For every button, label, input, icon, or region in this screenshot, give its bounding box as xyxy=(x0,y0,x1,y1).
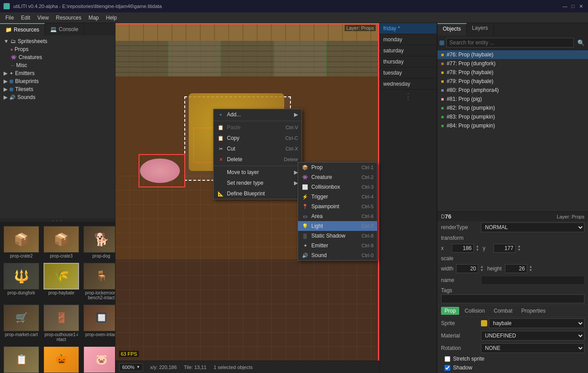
tree-item-spritesheets[interactable]: ▼ 🗂 Spritesheets xyxy=(2,37,113,45)
menubar: File Edit View Resources Map Help xyxy=(0,12,588,23)
tab-layers[interactable]: Layers xyxy=(467,23,494,36)
grid-item-pallet4[interactable]: 📋 prop-pallet4-inta ct xyxy=(2,345,41,373)
subtab-collision[interactable]: Collision xyxy=(461,307,488,315)
grid-item-haybale[interactable]: 🌾 prop-haybale xyxy=(42,261,81,302)
tab-objects[interactable]: Objects xyxy=(437,23,467,36)
grid-item-crate2[interactable]: 📦 prop-crate2 xyxy=(2,224,41,260)
ctx-copy[interactable]: 📋 Copy Ctrl-C xyxy=(214,133,302,143)
material-select[interactable]: UNDEFINED WOOD STONE xyxy=(481,331,584,341)
grid-item-crate3[interactable]: 📦 prop-crate3 xyxy=(42,224,81,260)
obj-item-83[interactable]: ■ #83: Prop (pumpkin) xyxy=(437,112,588,121)
layer-saturday[interactable]: saturday xyxy=(380,45,437,56)
close-button[interactable]: ✕ xyxy=(577,3,584,10)
tree-item-sounds[interactable]: ▶ 🔊 Sounds xyxy=(2,93,113,101)
blueprints-icon: ⊞ xyxy=(9,79,13,84)
subtab-prop[interactable]: Prop xyxy=(441,307,459,315)
grid-item-lockerbench[interactable]: 🪑 prop-lockerroom bench2-intact xyxy=(82,261,115,302)
sub-prop[interactable]: 📦 Prop Ctrl-1 xyxy=(298,163,377,172)
menu-edit[interactable]: Edit xyxy=(17,14,34,22)
obj-icon-77: ■ xyxy=(441,61,444,66)
grid-item-dungfork[interactable]: 🔱 prop-dungfork xyxy=(2,261,41,302)
height-input[interactable] xyxy=(505,264,527,273)
sub-light[interactable]: 💡 Light Ctrl-7 xyxy=(298,221,377,231)
layer-friday[interactable]: friday * xyxy=(380,23,437,34)
shadow-checkbox[interactable] xyxy=(445,365,450,371)
tree-item-tilesets[interactable]: ▶ ⊞ Tilesets xyxy=(2,85,113,93)
zoom-selector[interactable]: 600% ▼ xyxy=(119,363,143,371)
pig-sprite xyxy=(140,159,180,183)
ctx-delete[interactable]: ✕ Delete Delete xyxy=(214,154,302,165)
sub-sound[interactable]: 🔊 Sound Ctrl-0 xyxy=(298,250,377,260)
tree-item-creatures[interactable]: 👾 Creatures xyxy=(2,53,113,61)
menu-view[interactable]: View xyxy=(34,14,52,22)
tree-item-emitters[interactable]: ▶ ✦ Emitters xyxy=(2,69,113,77)
rendertype-select[interactable]: NORMAL GROUND OVERLAY xyxy=(481,222,584,232)
grid-item-palletpump[interactable]: 🎃 prop-palletpump xyxy=(42,345,81,373)
obj-item-84[interactable]: ■ #84: Prop (pumpkin) xyxy=(437,121,588,130)
height-down-arrow[interactable]: ▼ xyxy=(529,269,532,272)
sub-static-shadow[interactable]: ▒ Static Shadow Ctrl-8 xyxy=(298,231,377,241)
ctx-move-to-layer[interactable]: Move to layer ▶ xyxy=(214,167,302,178)
name-input[interactable] xyxy=(481,276,584,285)
grid-item-dog[interactable]: 🐕 prop-dog xyxy=(82,224,115,260)
search-input[interactable] xyxy=(446,38,574,48)
tab-resources[interactable]: 📁 Resources xyxy=(0,23,45,36)
ctx-add[interactable]: + Add... ▶ xyxy=(214,109,302,120)
obj-item-76[interactable]: ■ #76: Prop (haybale) xyxy=(437,50,588,59)
width-input[interactable] xyxy=(456,264,478,273)
menu-file[interactable]: File xyxy=(2,14,17,22)
tab-console[interactable]: 💻 Console xyxy=(45,23,84,36)
obj-item-82[interactable]: ■ #82: Prop (pumpkin) xyxy=(437,103,588,112)
x-down-arrow[interactable]: ▼ xyxy=(476,248,479,252)
static-shadow-icon: ▒ xyxy=(302,233,309,238)
sub-area[interactable]: ▭ Area Ctrl-6 xyxy=(298,211,377,221)
ctx-set-render-type[interactable]: Set render type ▶ xyxy=(214,178,302,188)
rotation-select[interactable]: NONE CW90 CW180 CW270 xyxy=(481,343,584,353)
subtab-properties[interactable]: Properties xyxy=(518,307,549,315)
layer-monday[interactable]: monday xyxy=(380,34,437,45)
grid-item-oven[interactable]: 🔲 prop-oven-intact xyxy=(82,303,115,344)
stretch-sprite-checkbox[interactable] xyxy=(445,356,450,362)
menu-resources[interactable]: Resources xyxy=(52,14,85,22)
y-down-arrow[interactable]: ▼ xyxy=(517,248,521,252)
layer-panel-resize[interactable]: ⋮ xyxy=(380,90,437,103)
sub-creature[interactable]: 👾 Creature Ctrl-2 xyxy=(298,172,377,182)
ctx-cut[interactable]: ✂ Cut Ctrl-X xyxy=(214,143,302,154)
sprite-select[interactable]: haybale xyxy=(489,318,584,328)
layer-indicator: Layer: Props xyxy=(345,25,376,31)
obj-item-80[interactable]: ■ #80: Prop (amphora4) xyxy=(437,86,588,95)
obj-item-79[interactable]: ■ #79: Prop (haybale) xyxy=(437,77,588,86)
resize-handle[interactable]: • • • xyxy=(0,218,115,222)
maximize-button[interactable]: □ xyxy=(569,3,576,10)
transform-label: transform xyxy=(441,235,481,241)
menu-help[interactable]: Help xyxy=(103,14,121,22)
layer-tuesday[interactable]: tuesday xyxy=(380,67,437,79)
y-input[interactable] xyxy=(493,244,516,253)
subtab-combat[interactable]: Combat xyxy=(490,307,516,315)
layer-wednesday[interactable]: wednesday xyxy=(380,79,437,90)
tags-input[interactable] xyxy=(441,294,584,303)
obj-item-81[interactable]: ■ #81: Prop (pig) xyxy=(437,95,588,103)
obj-item-77[interactable]: ■ #77: Prop (dungfork) xyxy=(437,59,588,68)
obj-item-78[interactable]: ■ #78: Prop (haybale) xyxy=(437,68,588,77)
minimize-button[interactable]: — xyxy=(561,3,568,10)
grid-item-outhouse[interactable]: 🚪 prop-outhouse1-i ntact xyxy=(42,303,81,344)
selected-display: 1 selected objects xyxy=(214,365,253,370)
ctx-define-blueprint[interactable]: 📐 Define Blueprint xyxy=(214,188,302,199)
width-down-arrow[interactable]: ▼ xyxy=(480,269,484,272)
height-label: height xyxy=(487,266,503,272)
grid-item-pig[interactable]: 🐷 prop-pig xyxy=(82,345,115,373)
sub-spawnpoint[interactable]: 📍 Spawnpoint Ctrl-5 xyxy=(298,202,377,211)
grid-item-market-cart[interactable]: 🛒 prop-market-cart xyxy=(2,303,41,344)
tree-item-props[interactable]: ■ Props xyxy=(2,45,113,53)
ctx-paste[interactable]: 📋 Paste Ctrl-V xyxy=(214,122,302,133)
sub-emitter[interactable]: ✦ Emitter Ctrl-9 xyxy=(298,241,377,250)
tree-item-blueprints[interactable]: ▶ ⊞ Blueprints xyxy=(2,77,113,85)
search-button[interactable]: 🔍 xyxy=(576,37,586,48)
sub-trigger[interactable]: ⚡ Trigger Ctrl-4 xyxy=(298,192,377,202)
menu-map[interactable]: Map xyxy=(85,14,102,22)
sub-collisionbox[interactable]: ⬜ Collisionbox Ctrl-3 xyxy=(298,182,377,192)
tree-item-misc[interactable]: ··· Misc xyxy=(2,61,113,69)
layer-thursday[interactable]: thursday xyxy=(380,56,437,67)
x-input[interactable] xyxy=(452,244,474,253)
